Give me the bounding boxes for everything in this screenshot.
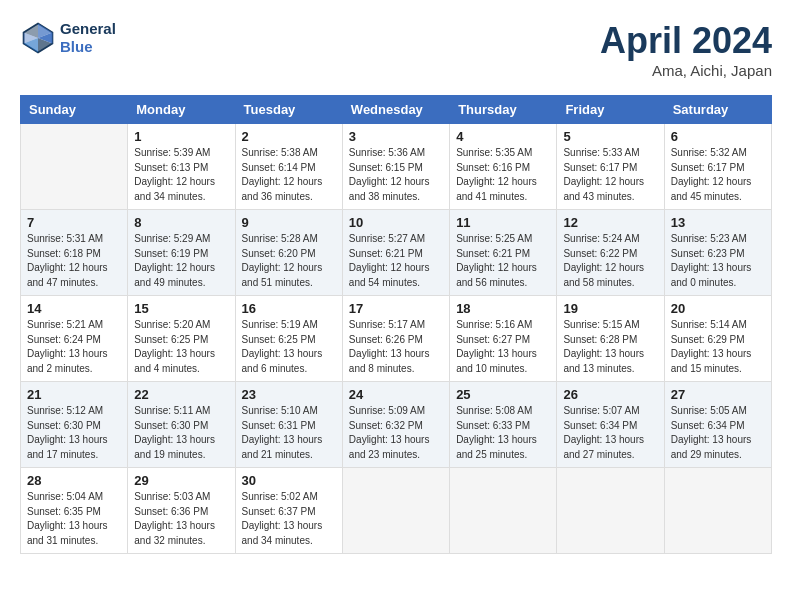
weekday-header-cell: Sunday — [21, 96, 128, 124]
day-number: 25 — [456, 387, 550, 402]
calendar-day-cell: 8Sunrise: 5:29 AMSunset: 6:19 PMDaylight… — [128, 210, 235, 296]
day-info: Sunrise: 5:10 AMSunset: 6:31 PMDaylight:… — [242, 404, 336, 462]
calendar-day-cell: 21Sunrise: 5:12 AMSunset: 6:30 PMDayligh… — [21, 382, 128, 468]
day-info: Sunrise: 5:24 AMSunset: 6:22 PMDaylight:… — [563, 232, 657, 290]
calendar-day-cell: 11Sunrise: 5:25 AMSunset: 6:21 PMDayligh… — [450, 210, 557, 296]
day-number: 22 — [134, 387, 228, 402]
calendar-day-cell: 2Sunrise: 5:38 AMSunset: 6:14 PMDaylight… — [235, 124, 342, 210]
day-number: 14 — [27, 301, 121, 316]
day-number: 13 — [671, 215, 765, 230]
day-info: Sunrise: 5:33 AMSunset: 6:17 PMDaylight:… — [563, 146, 657, 204]
calendar-day-cell: 6Sunrise: 5:32 AMSunset: 6:17 PMDaylight… — [664, 124, 771, 210]
calendar-day-cell: 10Sunrise: 5:27 AMSunset: 6:21 PMDayligh… — [342, 210, 449, 296]
day-info: Sunrise: 5:08 AMSunset: 6:33 PMDaylight:… — [456, 404, 550, 462]
calendar-day-cell — [342, 468, 449, 554]
day-number: 12 — [563, 215, 657, 230]
day-info: Sunrise: 5:29 AMSunset: 6:19 PMDaylight:… — [134, 232, 228, 290]
day-info: Sunrise: 5:17 AMSunset: 6:26 PMDaylight:… — [349, 318, 443, 376]
calendar-day-cell: 13Sunrise: 5:23 AMSunset: 6:23 PMDayligh… — [664, 210, 771, 296]
day-number: 28 — [27, 473, 121, 488]
day-info: Sunrise: 5:12 AMSunset: 6:30 PMDaylight:… — [27, 404, 121, 462]
weekday-header-cell: Monday — [128, 96, 235, 124]
logo-text: General Blue — [60, 20, 116, 56]
day-number: 27 — [671, 387, 765, 402]
calendar-day-cell — [664, 468, 771, 554]
day-info: Sunrise: 5:23 AMSunset: 6:23 PMDaylight:… — [671, 232, 765, 290]
day-info: Sunrise: 5:02 AMSunset: 6:37 PMDaylight:… — [242, 490, 336, 548]
calendar-day-cell — [557, 468, 664, 554]
calendar-day-cell: 28Sunrise: 5:04 AMSunset: 6:35 PMDayligh… — [21, 468, 128, 554]
day-info: Sunrise: 5:20 AMSunset: 6:25 PMDaylight:… — [134, 318, 228, 376]
day-number: 3 — [349, 129, 443, 144]
day-info: Sunrise: 5:07 AMSunset: 6:34 PMDaylight:… — [563, 404, 657, 462]
day-number: 5 — [563, 129, 657, 144]
day-info: Sunrise: 5:04 AMSunset: 6:35 PMDaylight:… — [27, 490, 121, 548]
day-info: Sunrise: 5:38 AMSunset: 6:14 PMDaylight:… — [242, 146, 336, 204]
location: Ama, Aichi, Japan — [600, 62, 772, 79]
calendar-day-cell: 3Sunrise: 5:36 AMSunset: 6:15 PMDaylight… — [342, 124, 449, 210]
calendar-day-cell: 26Sunrise: 5:07 AMSunset: 6:34 PMDayligh… — [557, 382, 664, 468]
day-info: Sunrise: 5:32 AMSunset: 6:17 PMDaylight:… — [671, 146, 765, 204]
calendar-day-cell — [21, 124, 128, 210]
calendar-day-cell: 12Sunrise: 5:24 AMSunset: 6:22 PMDayligh… — [557, 210, 664, 296]
day-number: 9 — [242, 215, 336, 230]
calendar-day-cell: 1Sunrise: 5:39 AMSunset: 6:13 PMDaylight… — [128, 124, 235, 210]
day-info: Sunrise: 5:03 AMSunset: 6:36 PMDaylight:… — [134, 490, 228, 548]
calendar-day-cell: 4Sunrise: 5:35 AMSunset: 6:16 PMDaylight… — [450, 124, 557, 210]
weekday-header-cell: Tuesday — [235, 96, 342, 124]
day-number: 21 — [27, 387, 121, 402]
calendar-day-cell: 16Sunrise: 5:19 AMSunset: 6:25 PMDayligh… — [235, 296, 342, 382]
page-header: General Blue April 2024 Ama, Aichi, Japa… — [20, 20, 772, 79]
day-number: 4 — [456, 129, 550, 144]
month-title: April 2024 — [600, 20, 772, 62]
day-number: 6 — [671, 129, 765, 144]
calendar-day-cell: 17Sunrise: 5:17 AMSunset: 6:26 PMDayligh… — [342, 296, 449, 382]
weekday-header-cell: Saturday — [664, 96, 771, 124]
day-number: 17 — [349, 301, 443, 316]
day-number: 16 — [242, 301, 336, 316]
day-number: 19 — [563, 301, 657, 316]
calendar-week-row: 1Sunrise: 5:39 AMSunset: 6:13 PMDaylight… — [21, 124, 772, 210]
calendar-day-cell: 24Sunrise: 5:09 AMSunset: 6:32 PMDayligh… — [342, 382, 449, 468]
weekday-header-cell: Wednesday — [342, 96, 449, 124]
day-number: 26 — [563, 387, 657, 402]
day-number: 20 — [671, 301, 765, 316]
day-info: Sunrise: 5:39 AMSunset: 6:13 PMDaylight:… — [134, 146, 228, 204]
calendar-day-cell: 19Sunrise: 5:15 AMSunset: 6:28 PMDayligh… — [557, 296, 664, 382]
day-info: Sunrise: 5:16 AMSunset: 6:27 PMDaylight:… — [456, 318, 550, 376]
calendar-day-cell: 9Sunrise: 5:28 AMSunset: 6:20 PMDaylight… — [235, 210, 342, 296]
calendar-day-cell: 20Sunrise: 5:14 AMSunset: 6:29 PMDayligh… — [664, 296, 771, 382]
day-info: Sunrise: 5:15 AMSunset: 6:28 PMDaylight:… — [563, 318, 657, 376]
calendar-day-cell: 25Sunrise: 5:08 AMSunset: 6:33 PMDayligh… — [450, 382, 557, 468]
day-number: 2 — [242, 129, 336, 144]
day-number: 7 — [27, 215, 121, 230]
day-info: Sunrise: 5:36 AMSunset: 6:15 PMDaylight:… — [349, 146, 443, 204]
day-info: Sunrise: 5:19 AMSunset: 6:25 PMDaylight:… — [242, 318, 336, 376]
calendar-body: 1Sunrise: 5:39 AMSunset: 6:13 PMDaylight… — [21, 124, 772, 554]
weekday-header-cell: Friday — [557, 96, 664, 124]
title-block: April 2024 Ama, Aichi, Japan — [600, 20, 772, 79]
calendar-week-row: 21Sunrise: 5:12 AMSunset: 6:30 PMDayligh… — [21, 382, 772, 468]
day-number: 30 — [242, 473, 336, 488]
calendar-week-row: 7Sunrise: 5:31 AMSunset: 6:18 PMDaylight… — [21, 210, 772, 296]
day-info: Sunrise: 5:25 AMSunset: 6:21 PMDaylight:… — [456, 232, 550, 290]
logo: General Blue — [20, 20, 116, 56]
calendar-day-cell: 18Sunrise: 5:16 AMSunset: 6:27 PMDayligh… — [450, 296, 557, 382]
day-number: 8 — [134, 215, 228, 230]
calendar-day-cell: 5Sunrise: 5:33 AMSunset: 6:17 PMDaylight… — [557, 124, 664, 210]
calendar-day-cell: 30Sunrise: 5:02 AMSunset: 6:37 PMDayligh… — [235, 468, 342, 554]
day-number: 29 — [134, 473, 228, 488]
day-number: 1 — [134, 129, 228, 144]
calendar-day-cell: 15Sunrise: 5:20 AMSunset: 6:25 PMDayligh… — [128, 296, 235, 382]
day-number: 24 — [349, 387, 443, 402]
weekday-header-cell: Thursday — [450, 96, 557, 124]
day-info: Sunrise: 5:09 AMSunset: 6:32 PMDaylight:… — [349, 404, 443, 462]
day-info: Sunrise: 5:05 AMSunset: 6:34 PMDaylight:… — [671, 404, 765, 462]
weekday-header-row: SundayMondayTuesdayWednesdayThursdayFrid… — [21, 96, 772, 124]
day-number: 23 — [242, 387, 336, 402]
calendar-week-row: 28Sunrise: 5:04 AMSunset: 6:35 PMDayligh… — [21, 468, 772, 554]
calendar-day-cell: 14Sunrise: 5:21 AMSunset: 6:24 PMDayligh… — [21, 296, 128, 382]
calendar-day-cell: 22Sunrise: 5:11 AMSunset: 6:30 PMDayligh… — [128, 382, 235, 468]
day-number: 11 — [456, 215, 550, 230]
calendar-day-cell — [450, 468, 557, 554]
